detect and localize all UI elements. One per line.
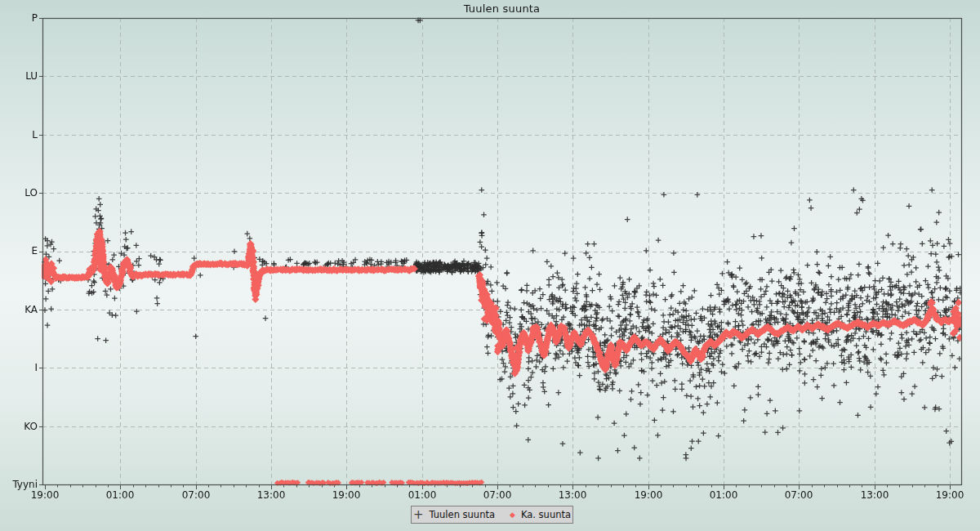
plus-marker-icon: +: [413, 511, 424, 519]
legend-item-tuulen-suunta: + Tuulen suunta: [413, 509, 495, 520]
y-axis-label-e: E: [0, 245, 38, 257]
y-axis-label-i: I: [0, 362, 38, 373]
legend-label-ka-suunta: Ka. suunta: [521, 509, 571, 520]
x-axis-label-12: 19:00: [925, 489, 974, 501]
x-axis-label-11: 13:00: [850, 489, 899, 501]
x-axis-label-5: 01:00: [398, 489, 447, 501]
x-axis-label-3: 13:00: [247, 489, 296, 501]
y-axis-label-ko: KO: [0, 421, 38, 432]
x-axis-label-9: 01:00: [699, 489, 748, 501]
x-axis-label-4: 19:00: [322, 489, 371, 501]
y-axis-label-p: P: [0, 12, 38, 24]
diamond-marker-icon: ◆: [510, 511, 515, 519]
legend-label-tuulen-suunta: Tuulen suunta: [430, 509, 495, 520]
y-axis-label-lo: LO: [0, 187, 38, 199]
y-axis-label-tyyni: Tyyni: [0, 479, 38, 490]
x-axis-label-2: 07:00: [172, 489, 220, 501]
x-axis-label-1: 01:00: [96, 489, 145, 501]
chart-title: Tuulen suunta: [42, 2, 961, 15]
legend-item-ka-suunta: ◆ Ka. suunta: [510, 509, 571, 520]
y-axis-label-lu: LU: [0, 70, 38, 82]
y-axis-label-ka: KA: [0, 304, 38, 315]
x-axis-label-10: 07:00: [774, 489, 823, 501]
wind-direction-chart-canvas: [0, 0, 980, 531]
chart-legend: + Tuulen suunta ◆ Ka. suunta: [411, 506, 573, 524]
x-axis-label-8: 19:00: [624, 489, 673, 501]
y-axis-label-l: L: [0, 129, 38, 141]
x-axis-label-6: 07:00: [473, 489, 522, 501]
x-axis-label-7: 13:00: [548, 489, 597, 501]
x-axis-label-0: 19:00: [20, 489, 69, 501]
